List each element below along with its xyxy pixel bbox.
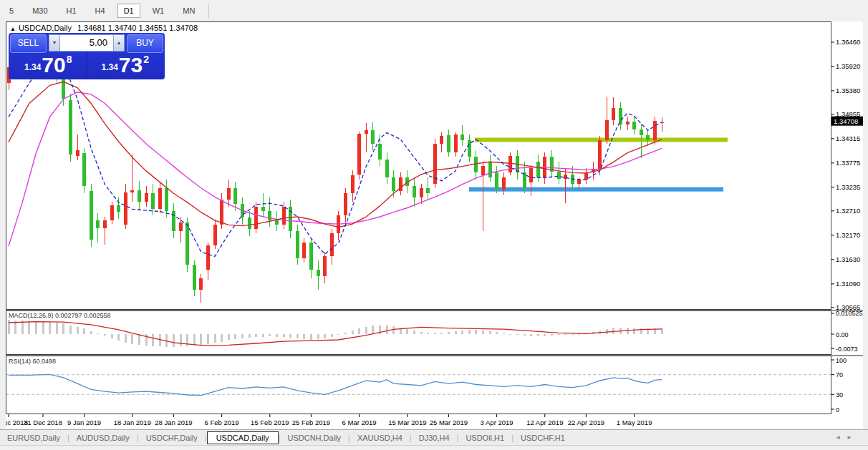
price-axis-label: 1.31630 [836,255,860,263]
tab-eurusd-daily[interactable]: EURUSD,Daily [0,432,67,444]
tab-audusd-daily[interactable]: AUDUSD,Daily [69,432,137,444]
timeframe-button-d1[interactable]: D1 [117,4,140,18]
tab-dj30-h4[interactable]: DJ30,H4 [412,432,457,444]
bid-price[interactable]: 1.34708 [10,52,87,77]
volume-up-button[interactable]: ▲ [113,34,125,52]
bid-ask-display: 1.34708 1.34732 [10,52,163,77]
tab-xauusd-h4[interactable]: XAUUSD,H4 [350,432,410,444]
status-bar [0,445,868,450]
date-axis-label: 25 Feb 2019 [292,419,330,426]
buy-button[interactable]: BUY [127,34,163,53]
tab-usdoil-h1[interactable]: USDOil,H1 [458,432,511,444]
price-axis-label: 1.33235 [836,183,860,191]
volume-input[interactable]: 5.00 [60,34,113,52]
date-axis-label: 31 Dec 2018 [24,419,62,426]
date-axis-label: 3 Apr 2019 [481,419,513,426]
date-axis-label: 28 Jan 2019 [155,419,192,426]
price-axis-label: 1.35920 [836,62,860,70]
rsi-axis-label: 100 [836,357,847,364]
price-axis-label: 1.31090 [836,280,860,288]
current-price-value: 1.34708 [834,117,858,125]
ask-price-prefix: 1.34 [101,62,117,72]
ask-price-big: 73 [119,55,143,75]
one-click-trading-panel: SELL ▼ 5.00 ▲ BUY 1.34708 1.34732 [9,33,165,79]
timeframe-button-m30[interactable]: M30 [26,4,54,18]
symbol-tab-bar: EURUSD,Daily|AUDUSD,Daily|USDCHF,Daily|U… [0,429,868,445]
tab-usdcnh-daily[interactable]: USDCNH,Daily [280,432,348,444]
ask-price[interactable]: 1.34732 [87,52,164,77]
chart-title: ▲USDCAD,Daily1.34681 1.34740 1.34551 1.3… [10,24,198,32]
date-axis-label: 6 Feb 2019 [205,419,239,426]
bid-price-prefix: 1.34 [24,62,41,72]
date-axis-label: 18 Jan 2019 [114,419,151,426]
ask-price-pip: 2 [143,54,149,65]
macd-axis-label: 0.00 [836,331,849,338]
macd-axis-label: 0.010525 [836,310,863,317]
tab-scroll-left-icon[interactable]: ◄ [835,434,847,441]
timeframe-button-mn[interactable]: MN [176,4,201,18]
rsi-axis-label: 30 [836,391,843,398]
price-axis-label: 1.33775 [836,159,860,167]
timeframe-toolbar: 5M30H1H4D1W1MN [0,0,868,21]
price-axis-label: 1.36460 [836,38,860,46]
rsi-axis-label: 0 [836,406,839,414]
timeframe-buttons: 5M30H1H4D1W1MN [0,4,204,18]
support-line [469,187,723,192]
price-axis-label: 1.32170 [836,231,860,239]
timeframe-button-h1[interactable]: H1 [60,4,83,18]
collapse-quotes-icon[interactable]: ▲ [10,26,16,32]
sell-button[interactable]: SELL [10,34,47,53]
date-axis-label: 25 Mar 2019 [430,419,468,426]
timeframe-button-h4[interactable]: H4 [89,4,112,18]
tab-usdchf-h1[interactable]: USDCHF,H1 [513,432,572,444]
volume-down-button[interactable]: ▼ [49,34,60,52]
tab-scroll-arrows: ◄► [835,434,858,441]
chart-window[interactable]: 1.364601.359201.353801.348551.343151.337… [6,21,863,429]
price-axis-label: 1.34315 [836,134,860,142]
date-axis-label: 15 Feb 2019 [251,419,289,426]
bid-price-pip: 8 [67,54,72,65]
toolbar-separator [208,4,209,18]
date-axis-label: 6 Mar 2019 [342,419,377,426]
timeframe-button-5[interactable]: 5 [3,4,20,18]
price-chart[interactable]: 1.364601.359201.353801.348551.343151.337… [6,21,863,429]
chart-symbol-label: USDCAD,Daily [19,24,72,32]
tab-usdchf-daily[interactable]: USDCHF,Daily [139,432,205,444]
tab-scroll-right-icon[interactable]: ► [847,434,858,441]
date-axis-label: 22 Apr 2019 [568,419,604,426]
date-axis-label: 12 Apr 2019 [526,419,563,426]
timeframe-button-w1[interactable]: W1 [146,4,171,18]
tab-usdcad-daily[interactable]: USDCAD,Daily [207,431,279,444]
macd-axis-label: -0.0073 [836,346,858,353]
bid-price-big: 70 [42,55,65,75]
date-axis-label: 9 Jan 2019 [67,419,101,426]
price-axis-label: 1.32710 [836,207,860,215]
date-axis-label: 15 Mar 2019 [388,419,426,426]
date-axis-label: 1 May 2019 [617,419,652,426]
rsi-axis-label: 70 [836,371,843,378]
symbol-tabs: EURUSD,Daily|AUDUSD,Daily|USDCHF,Daily|U… [0,431,572,444]
trade-controls-row: SELL ▼ 5.00 ▲ BUY [10,34,163,52]
chart-ohlc-values: 1.34681 1.34740 1.34551 1.34708 [77,24,198,32]
macd-label: MACD(12,26,9) 0.002797 0.002558 [9,312,111,319]
rsi-label: RSI(14) 60.0498 [9,358,56,365]
volume-stepper: ▼ 5.00 ▲ [49,34,125,52]
price-axis-label: 1.35380 [836,87,860,94]
